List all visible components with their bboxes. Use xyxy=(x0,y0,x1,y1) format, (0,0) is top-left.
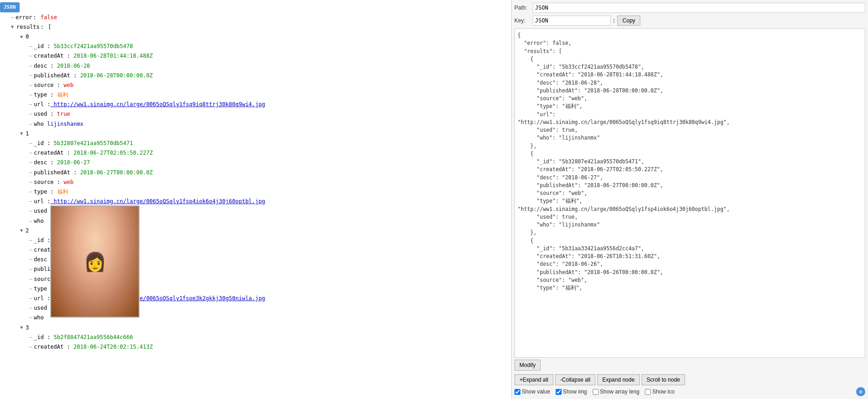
key-input[interactable] xyxy=(533,16,611,26)
expand-all-button[interactable]: +Expand all xyxy=(514,374,553,385)
url-preview-image: 👩 xyxy=(50,205,139,318)
show-value-checkbox[interactable] xyxy=(514,389,520,395)
path-label: Path: xyxy=(514,5,533,11)
item-3-toggle[interactable]: ▼ 3 xyxy=(0,323,511,333)
item-1-source: — source : web xyxy=(0,178,511,187)
item-0-who: — who lijinshanmx xyxy=(0,119,511,129)
collapse-all-button[interactable]: -Collapse all xyxy=(555,374,595,385)
show-array-leng-checkbox-label: Show array leng xyxy=(593,388,640,395)
item-1-type: — type : 福利 xyxy=(0,187,511,197)
item-1-toggle[interactable]: ▼ 1 xyxy=(0,129,511,139)
item-0-source: — source : web xyxy=(0,81,511,90)
show-ico-checkbox[interactable] xyxy=(645,389,651,395)
bottom-buttons: +Expand all -Collapse all Expand node Sc… xyxy=(514,374,865,385)
left-panel: JSON — error : false ▼ results : [ ▼ 0 —… xyxy=(0,0,512,399)
item-0-toggle[interactable]: ▼ 0 xyxy=(0,32,511,42)
item-1-url: — url : http://ww1.sinaimg.cn/large/0065… xyxy=(0,197,511,206)
item-0-id: — _id : 5b33ccf2421aa95570db5478 xyxy=(0,42,511,51)
show-array-leng-label: Show array leng xyxy=(600,388,640,395)
show-ico-label: Show ico xyxy=(652,388,675,395)
error-line: — error : false xyxy=(0,13,511,22)
item-0-type: — type : 福利 xyxy=(0,90,511,100)
key-row: Key: : Copy xyxy=(514,16,865,26)
modify-row: Modify xyxy=(514,360,865,372)
scroll-to-node-button[interactable]: Scroll to node xyxy=(642,374,685,385)
show-img-checkbox[interactable] xyxy=(556,389,562,395)
item-3-createdAt: — createdAt : 2018-06-24T20:02:15.413Z xyxy=(0,342,511,352)
results-line: ▼ results : [ xyxy=(0,22,511,32)
show-array-leng-checkbox[interactable] xyxy=(593,389,599,395)
path-row: Path: xyxy=(514,3,865,13)
item-1-publishedAt: — publishedAt : 2018-06-27T00:00:00.0Z xyxy=(0,168,511,178)
item-0-createdAt: — createdAt : 2018-06-28T01:44:18.488Z xyxy=(0,51,511,61)
key-label: Key: xyxy=(514,17,533,24)
expand-node-button[interactable]: Expand node xyxy=(597,374,640,385)
show-value-label: Show value xyxy=(522,388,550,395)
show-img-label: Show img xyxy=(563,388,587,395)
item-3-id: — _id : 5b2f8847421aa9556b44c666 xyxy=(0,333,511,342)
error-value: false xyxy=(37,13,57,22)
colon-separator: : xyxy=(612,17,616,24)
item-1-url-container[interactable]: http://ww1.sinaimg.cn/large/0065oQSqly1f… xyxy=(50,197,265,206)
json-header: JSON xyxy=(0,2,511,13)
checkbox-row: Show value Show img Show array leng Show… xyxy=(514,387,865,396)
item-1-desc: — desc : 2018-06-27 xyxy=(0,158,511,167)
item-0-used: — used : true xyxy=(0,109,511,119)
show-img-checkbox-label: Show img xyxy=(556,388,587,395)
json-badge: JSON xyxy=(0,2,20,12)
item-0-url: — url : http://ww1.sinaimg.cn/large/0065… xyxy=(0,100,511,109)
copy-button[interactable]: Copy xyxy=(617,16,640,26)
item-0-publishedAt: — publishedAt : 2018-06-28T00:00:00.0Z xyxy=(0,71,511,81)
modify-button[interactable]: Modify xyxy=(514,360,541,371)
show-value-checkbox-label: Show value xyxy=(514,388,550,395)
path-input[interactable] xyxy=(533,3,865,13)
results-toggle[interactable]: ▼ xyxy=(9,24,16,30)
dash: — xyxy=(9,13,16,22)
settings-gear-icon[interactable]: ⚙ xyxy=(856,387,865,396)
item-1-createdAt: — createdAt : 2018-06-27T02:05:50.227Z xyxy=(0,148,511,158)
item-1-id: — _id : 5b32807e421aa95570db5471 xyxy=(0,139,511,148)
item-0-desc: — desc : 2018-06-28 xyxy=(0,61,511,71)
show-ico-checkbox-label: Show ico xyxy=(645,388,675,395)
right-panel: Path: Key: : Copy { "error": false, "res… xyxy=(512,0,868,399)
json-editor[interactable]: { "error": false, "results": [ { "_id": … xyxy=(514,28,865,358)
